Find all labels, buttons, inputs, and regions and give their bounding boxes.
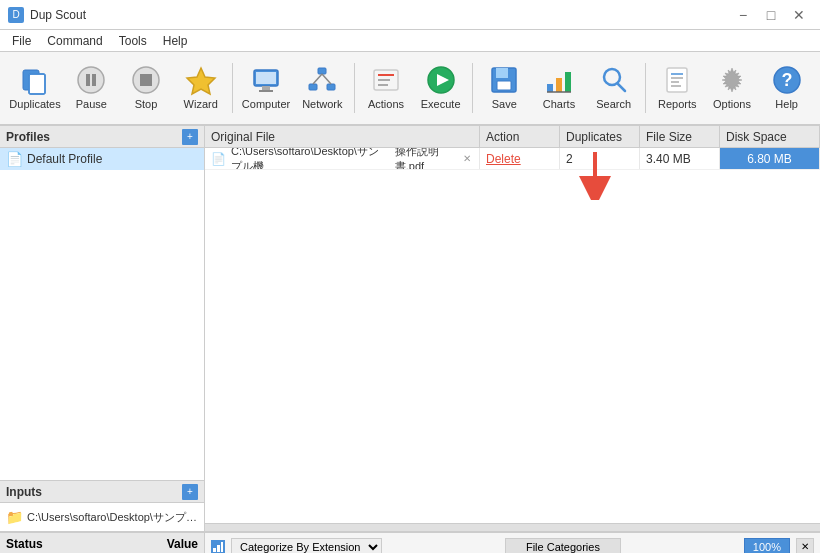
action-delete-link[interactable]: Delete bbox=[486, 152, 521, 166]
inputs-header: Inputs + bbox=[0, 481, 204, 503]
folder-icon: 📁 bbox=[6, 509, 23, 525]
computer-icon bbox=[250, 64, 282, 96]
svg-rect-1 bbox=[29, 74, 45, 94]
svg-marker-8 bbox=[187, 68, 215, 94]
svg-rect-4 bbox=[86, 74, 90, 86]
percent-button[interactable]: 100% bbox=[744, 538, 790, 554]
toolbar-search[interactable]: Search bbox=[588, 56, 639, 120]
close-button[interactable]: ✕ bbox=[786, 5, 812, 25]
results-body: 📄 C:\Users\softaro\Desktop\サンプル機 操作説明書.p… bbox=[205, 148, 820, 523]
toolbar-reports[interactable]: Reports bbox=[652, 56, 703, 120]
svg-point-3 bbox=[78, 67, 104, 93]
profiles-header: Profiles + bbox=[0, 126, 204, 148]
col-diskspace-header: Disk Space bbox=[720, 126, 820, 147]
search-label: Search bbox=[596, 98, 631, 111]
profiles-list: 📄 Default Profile bbox=[0, 148, 204, 480]
toolbar-help[interactable]: ? Help bbox=[761, 56, 812, 120]
svg-rect-25 bbox=[496, 68, 508, 78]
svg-line-32 bbox=[618, 84, 625, 91]
svg-rect-43 bbox=[213, 548, 216, 552]
menu-command[interactable]: Command bbox=[39, 32, 110, 50]
toolbar-charts[interactable]: Charts bbox=[534, 56, 585, 120]
svg-rect-44 bbox=[217, 545, 220, 552]
svg-rect-28 bbox=[556, 78, 562, 92]
profile-item-default[interactable]: 📄 Default Profile bbox=[0, 148, 204, 170]
charts-panel: Categorize By Extension Categorize By Si… bbox=[205, 533, 820, 553]
execute-label: Execute bbox=[421, 98, 461, 111]
status-panel: Status Value Total Dirs 1 Total Files 7 … bbox=[0, 533, 205, 553]
svg-rect-5 bbox=[92, 74, 96, 86]
status-header: Status Value bbox=[0, 533, 204, 553]
col-duplicates-header: Duplicates bbox=[560, 126, 640, 147]
title-bar: D Dup Scout − □ ✕ bbox=[0, 0, 820, 30]
menu-file[interactable]: File bbox=[4, 32, 39, 50]
bottom-area: Status Value Total Dirs 1 Total Files 7 … bbox=[0, 531, 820, 553]
charts-center-label-area: File Categories bbox=[388, 538, 738, 554]
charts-panel-icon bbox=[211, 540, 225, 554]
actions-label: Actions bbox=[368, 98, 404, 111]
toolbar-duplicates[interactable]: Duplicates bbox=[8, 56, 62, 120]
window-controls: − □ ✕ bbox=[730, 5, 812, 25]
computer-label: Computer bbox=[242, 98, 290, 111]
svg-rect-7 bbox=[140, 74, 152, 86]
toolbar-pause[interactable]: Pause bbox=[66, 56, 117, 120]
svg-rect-45 bbox=[221, 542, 223, 552]
save-label: Save bbox=[492, 98, 517, 111]
toolbar-options[interactable]: Options bbox=[707, 56, 758, 120]
svg-rect-26 bbox=[497, 81, 511, 90]
svg-rect-12 bbox=[259, 90, 273, 92]
maximize-button[interactable]: □ bbox=[758, 5, 784, 25]
toolbar-computer[interactable]: Computer bbox=[239, 56, 293, 120]
input-item: 📁 C:\Users\softaro\Desktop\サンプル\pdf bbox=[6, 507, 198, 527]
horizontal-scrollbar[interactable] bbox=[205, 523, 820, 531]
svg-line-17 bbox=[322, 74, 331, 84]
svg-rect-14 bbox=[309, 84, 317, 90]
toolbar-actions[interactable]: Actions bbox=[361, 56, 412, 120]
charts-label: Charts bbox=[543, 98, 575, 111]
table-row: 📄 C:\Users\softaro\Desktop\サンプル機 操作説明書.p… bbox=[205, 148, 820, 170]
stop-icon bbox=[130, 64, 162, 96]
menu-bar: File Command Tools Help bbox=[0, 30, 820, 52]
pause-label: Pause bbox=[76, 98, 107, 111]
file-path-2: 操作説明書.pdf bbox=[395, 148, 459, 169]
results-header: Original File Action Duplicates File Siz… bbox=[205, 126, 820, 148]
inputs-add-button[interactable]: + bbox=[182, 484, 198, 500]
options-icon bbox=[716, 64, 748, 96]
duplicates-label: Duplicates bbox=[9, 98, 60, 111]
input-path: C:\Users\softaro\Desktop\サンプル\pdf bbox=[27, 510, 197, 525]
toolbar-sep-1 bbox=[232, 63, 233, 113]
svg-rect-13 bbox=[318, 68, 326, 74]
reports-label: Reports bbox=[658, 98, 697, 111]
options-label: Options bbox=[713, 98, 751, 111]
toolbar-network[interactable]: Network bbox=[297, 56, 348, 120]
left-panel: Profiles + 📄 Default Profile Inputs + 📁 … bbox=[0, 126, 205, 531]
toolbar-execute[interactable]: Execute bbox=[415, 56, 466, 120]
toolbar-save[interactable]: Save bbox=[479, 56, 530, 120]
svg-rect-33 bbox=[667, 68, 687, 92]
reports-icon bbox=[661, 64, 693, 96]
categorize-dropdown[interactable]: Categorize By Extension Categorize By Si… bbox=[231, 538, 382, 554]
file-categories-label: File Categories bbox=[505, 538, 621, 554]
value-header: Value bbox=[167, 537, 198, 551]
cell-original-file: 📄 C:\Users\softaro\Desktop\サンプル機 操作説明書.p… bbox=[205, 148, 480, 169]
charts-close-button[interactable]: ✕ bbox=[796, 538, 814, 554]
minimize-button[interactable]: − bbox=[730, 5, 756, 25]
search-icon bbox=[598, 64, 630, 96]
row-close-button[interactable]: ✕ bbox=[461, 152, 473, 166]
file-path-1: C:\Users\softaro\Desktop\サンプル機 bbox=[231, 148, 389, 169]
charts-toolbar: Categorize By Extension Categorize By Si… bbox=[205, 533, 820, 553]
pause-icon bbox=[75, 64, 107, 96]
toolbar-wizard[interactable]: Wizard bbox=[175, 56, 226, 120]
app-icon: D bbox=[8, 7, 24, 23]
help-label: Help bbox=[775, 98, 798, 111]
svg-text:?: ? bbox=[781, 70, 792, 90]
profiles-add-button[interactable]: + bbox=[182, 129, 198, 145]
svg-rect-11 bbox=[262, 86, 270, 90]
menu-tools[interactable]: Tools bbox=[111, 32, 155, 50]
file-pdf-icon: 📄 bbox=[211, 152, 226, 166]
charts-icon bbox=[543, 64, 575, 96]
menu-help[interactable]: Help bbox=[155, 32, 196, 50]
network-icon bbox=[306, 64, 338, 96]
cell-filesize: 3.40 MB bbox=[640, 148, 720, 169]
toolbar-stop[interactable]: Stop bbox=[121, 56, 172, 120]
